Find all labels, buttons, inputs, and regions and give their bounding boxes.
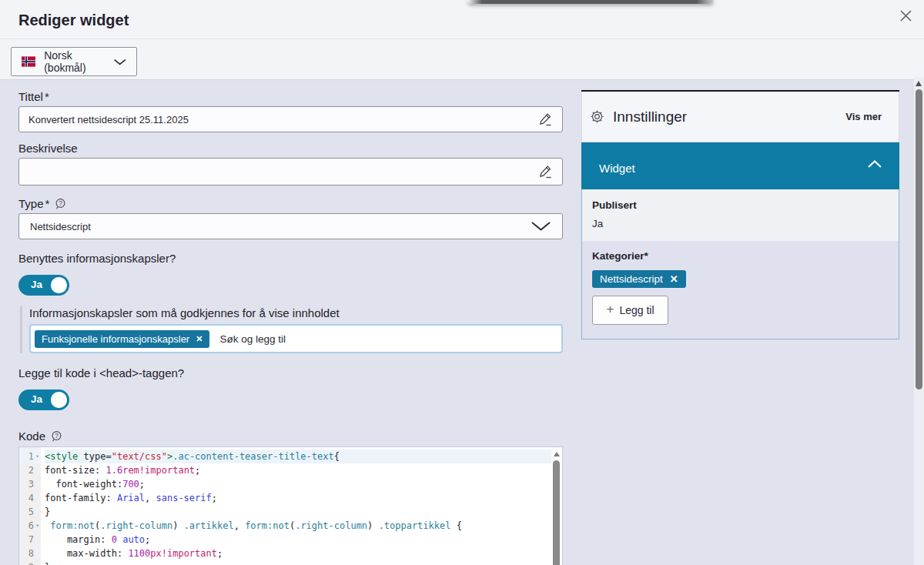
scroll-up-arrow-icon[interactable]	[554, 452, 560, 456]
head-toggle-label: Legge til kode i <head>-taggen?	[18, 366, 563, 379]
toggle-on-label: Ja	[31, 393, 42, 405]
plus-icon: +	[606, 302, 614, 317]
code-line[interactable]: form:not(.right-column) .artikkel, form:…	[45, 519, 548, 533]
type-value: Nettsidescript	[30, 221, 91, 232]
cookie-chip: Funksjonelle informasjonskapsler ✕	[35, 330, 209, 348]
gutter-line-number: 9	[19, 560, 41, 565]
publisert-value: Ja	[592, 218, 889, 229]
editor-scrollbar[interactable]	[551, 447, 562, 565]
beskrivelse-input[interactable]	[18, 158, 563, 186]
tittel-input[interactable]: Konvertert nettsidescript 25.11.2025	[18, 106, 563, 132]
gutter-line-number: 7	[19, 533, 41, 547]
publisert-label: Publisert	[592, 199, 889, 211]
toggle-knob	[51, 277, 67, 293]
language-selector[interactable]: Norsk (bokmål)	[11, 47, 137, 76]
cookie-tag-input[interactable]: Funksjonelle informasjonskapsler ✕ Søk o…	[29, 324, 563, 353]
chevron-down-icon	[113, 58, 126, 66]
code-lines[interactable]: <style type="text/css">.ac-content-tease…	[41, 447, 562, 565]
editor-scrollbar-thumb[interactable]	[553, 460, 560, 565]
widget-section-label: Widget	[599, 162, 635, 175]
window-shadow-bar	[467, 0, 714, 4]
edit-widget-dialog: Rediger widget Norsk (bokmål) Tittel*	[0, 0, 924, 565]
svg-text:?: ?	[55, 431, 59, 439]
gutter-line-number[interactable]: 1▾	[19, 450, 41, 463]
close-icon	[899, 8, 913, 23]
gutter-line-number: 5	[19, 505, 41, 519]
gutter-line-number: 2	[19, 463, 41, 477]
code-line[interactable]: font-family: Arial, sans-serif;	[45, 491, 548, 505]
category-chip-label: Nettsidescript	[600, 273, 663, 285]
edit-pencil-icon[interactable]	[537, 164, 553, 179]
category-chip: Nettsidescript ✕	[592, 270, 686, 288]
code-gutter: 1▾23456▾78910	[19, 447, 41, 565]
gutter-line-number: 8	[19, 547, 41, 560]
dialog-scrollbar-thumb[interactable]	[916, 89, 922, 389]
gear-icon	[590, 109, 604, 124]
edit-pencil-icon[interactable]	[537, 112, 553, 127]
gutter-line-number[interactable]: 6▾	[19, 519, 41, 533]
settings-header: Innstillinger Vis mer	[581, 92, 899, 142]
help-icon[interactable]: ?	[51, 430, 62, 443]
show-more-link[interactable]: Vis mer	[845, 111, 882, 122]
add-category-label: Legg til	[619, 304, 654, 316]
dialog-scrollbar[interactable]	[914, 77, 924, 565]
beskrivelse-label: Beskrivelse	[18, 142, 563, 155]
cookie-consent-subsection: Informasjonskapsler som må godkjennes fo…	[20, 306, 563, 353]
type-label: Type* ?	[18, 197, 563, 210]
close-button[interactable]	[895, 5, 916, 26]
norway-flag-icon	[22, 55, 35, 68]
widget-form: Tittel* Konvertert nettsidescript 25.11.…	[18, 80, 563, 565]
widget-section-header[interactable]: Widget	[581, 142, 899, 189]
help-icon[interactable]: ?	[55, 198, 66, 210]
benyttes-label: Benyttes informasjonskapsler?	[18, 252, 563, 265]
head-code-toggle[interactable]: Ja	[18, 389, 69, 410]
code-line[interactable]: font-size: 1.6rem!important;	[45, 463, 548, 477]
kategorier-label: Kategorier*	[592, 250, 889, 262]
svg-text:?: ?	[59, 199, 63, 206]
code-line[interactable]: margin: 0 auto;	[45, 533, 548, 547]
page-title: Rediger widget	[18, 12, 129, 29]
cookie-chip-label: Funksjonelle informasjonskapsler	[42, 333, 189, 345]
settings-panel: Innstillinger Vis mer Widget Publisert J…	[581, 90, 899, 339]
scroll-up-arrow-icon[interactable]	[916, 81, 922, 86]
chevron-up-icon	[867, 159, 882, 169]
kategorier-section: Kategorier* Nettsidescript ✕ + Legg til	[582, 241, 899, 339]
settings-title: Innstillinger	[613, 109, 687, 125]
kapsler-label: Informasjonskapsler som må godkjennes fo…	[29, 306, 563, 319]
code-line[interactable]: }	[45, 505, 548, 519]
fold-caret-icon: ▾	[34, 523, 41, 529]
gutter-line-number: 3	[19, 477, 41, 491]
remove-chip-icon[interactable]: ✕	[196, 334, 203, 344]
add-category-button[interactable]: + Legg til	[592, 296, 668, 325]
toggle-knob	[51, 392, 67, 408]
code-line[interactable]: max-width: 1100px!important;	[45, 547, 548, 560]
cookies-toggle[interactable]: Ja	[18, 275, 69, 296]
remove-chip-icon[interactable]: ✕	[670, 273, 678, 285]
gutter-line-number: 4	[19, 491, 41, 505]
chevron-down-icon	[531, 221, 551, 232]
tittel-value: Konvertert nettsidescript 25.11.2025	[28, 114, 189, 125]
tittel-label: Tittel*	[18, 90, 563, 103]
code-line[interactable]: font-weight:700;	[45, 477, 548, 491]
tag-input-placeholder: Søk og legg til	[219, 333, 286, 345]
widget-section-body: Publisert Ja Kategorier* Nettsidescript …	[581, 189, 899, 339]
code-editor[interactable]: 1▾23456▾78910 <style type="text/css">.ac…	[18, 446, 563, 565]
fold-caret-icon: ▾	[34, 453, 41, 460]
dialog-header: Rediger widget Norsk (bokmål)	[0, 0, 924, 80]
type-select[interactable]: Nettsidescript	[18, 213, 563, 239]
toggle-on-label: Ja	[31, 279, 42, 290]
code-line[interactable]: }	[45, 560, 548, 565]
language-label: Norsk (bokmål)	[44, 49, 104, 74]
code-line[interactable]: <style type="text/css">.ac-content-tease…	[45, 450, 562, 463]
publisert-section: Publisert Ja	[582, 189, 899, 241]
kode-label: Kode ?	[18, 430, 563, 443]
